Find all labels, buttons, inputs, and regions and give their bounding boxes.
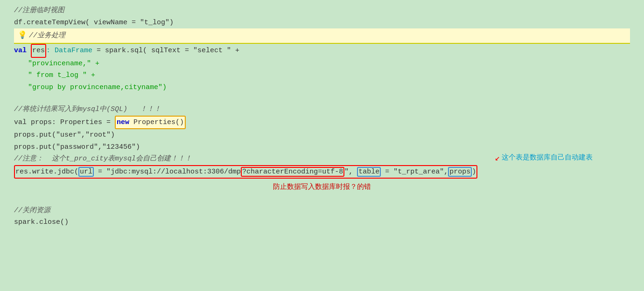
red-annotation-area: 防止数据写入数据库时报？的错 <box>14 180 630 193</box>
props-put-user: props.put("user","root") <box>14 129 115 141</box>
line-comment-close: //关闭资源 <box>14 205 630 217</box>
string-from-tlog: " from t_log " + <box>28 69 95 82</box>
line-props-put-user: props.put("user","root") <box>14 129 630 141</box>
keyword-val: val <box>14 45 31 57</box>
comment-register-view: //注册临时视图 <box>14 5 64 17</box>
line-val-res: val res: DataFrame = spark.sql( sqlText … <box>14 44 630 58</box>
props-highlight: props <box>448 167 472 177</box>
properties-call: Properties() <box>129 118 184 126</box>
line-business-comment: 💡 //业务处理 <box>14 28 630 44</box>
comment-close-resource: //关闭资源 <box>14 205 50 217</box>
comment-note-table: //注意： 这个t_pro_city表mysql会自己创建！！！ <box>14 153 192 165</box>
blue-annotation-area: ↙ 这个表是数据库自己自动建表 <box>495 151 593 166</box>
annotation-blue-text: 这个表是数据库自己自动建表 <box>502 151 593 163</box>
create-temp-view-code: df.createTempView( viewName = "t_log") <box>14 17 174 29</box>
new-properties-highlight: new Properties() <box>115 116 186 130</box>
comment-write-mysql: //将统计结果写入到mysql中(SQL) ！！！ <box>14 104 161 116</box>
line-group-by: "group by provincename,cityname") <box>14 82 630 94</box>
line-create-temp-view: df.createTempView( viewName = "t_log") <box>14 17 630 29</box>
keyword-new: new <box>117 118 129 126</box>
code-area: //注册临时视图 df.createTempView( viewName = "… <box>0 0 644 233</box>
line-from-tlog: " from t_log " + <box>14 69 630 82</box>
spark-sql: = spark.sql( sqlText = "select " + <box>92 45 239 57</box>
url-highlight: url <box>78 167 94 177</box>
string-provincename: "provincename," + <box>28 58 99 70</box>
dataframe-type: : DataFrame <box>46 45 92 57</box>
spark-close-call: spark.close() <box>14 216 69 229</box>
charset-highlight: ?characterEncoding=utf-8 <box>241 167 344 177</box>
blank-line-1 <box>14 93 630 104</box>
line-comment-register: //注册临时视图 <box>14 5 630 17</box>
string-group-by: "group by provincename,cityname") <box>28 82 167 94</box>
annotation-red-text: 防止数据写入数据库时报？的错 <box>273 180 371 193</box>
line-comment-mysql: //将统计结果写入到mysql中(SQL) ！！！ <box>14 104 630 116</box>
comment-business: //业务处理 <box>29 30 65 42</box>
blank-line-2 <box>14 194 630 205</box>
lightbulb-icon: 💡 <box>18 29 27 42</box>
line-val-props: val props: Properties = new Properties() <box>14 116 630 130</box>
res-write-jdbc-red-box: res.write.jdbc(url = "jdbc:mysql://local… <box>14 165 477 179</box>
val-props-start: val props: Properties = <box>14 117 115 129</box>
table-highlight: table <box>357 167 381 177</box>
line-provincename: "provincename," + <box>14 58 630 70</box>
arrow-icon: ↙ <box>495 151 500 166</box>
props-put-password: props.put("password","123456") <box>14 141 140 153</box>
line-res-write-jdbc: res.write.jdbc(url = "jdbc:mysql://local… <box>14 165 630 179</box>
res-highlight: res <box>31 44 46 58</box>
line-spark-close: spark.close() <box>14 216 630 229</box>
